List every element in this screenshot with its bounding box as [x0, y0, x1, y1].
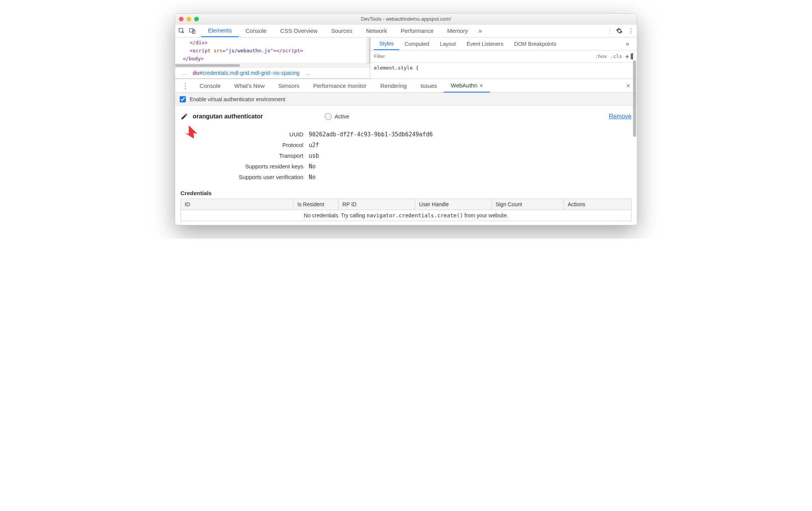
resident-keys-value: No: [309, 163, 632, 170]
tab-sources[interactable]: Sources: [324, 24, 359, 37]
drawer-tab-whatsnew[interactable]: What's New: [227, 79, 272, 92]
tab-memory[interactable]: Memory: [440, 24, 475, 37]
new-style-rule-icon[interactable]: +: [625, 52, 629, 60]
drawer-tab-rendering[interactable]: Rendering: [374, 79, 414, 92]
active-label: Active: [335, 113, 349, 120]
breadcrumb-next-icon[interactable]: …: [302, 70, 313, 76]
drawer-menu-icon[interactable]: ⋮: [178, 82, 193, 90]
elements-tree[interactable]: </div> <script src="js/webauthn.js"></sc…: [175, 37, 370, 63]
enable-virtual-authenticator-label: Enable virtual authenticator environment: [190, 96, 285, 102]
col-is-resident: Is Resident: [293, 199, 338, 210]
tab-css-overview[interactable]: CSS Overview: [274, 24, 325, 37]
tab-console[interactable]: Console: [239, 24, 274, 37]
edit-pencil-icon[interactable]: [180, 113, 188, 120]
drawer-tab-console[interactable]: Console: [193, 79, 227, 92]
kebab-menu-icon[interactable]: ⋮: [628, 27, 634, 34]
html-close-div: </div>: [190, 40, 208, 45]
col-actions: Actions: [564, 199, 631, 210]
sidebar-tab-strip: Styles Computed Layout Event Listeners D…: [370, 37, 637, 50]
style-rule-text[interactable]: element.style {: [370, 63, 637, 73]
side-tab-styles[interactable]: Styles: [374, 37, 399, 50]
tab-performance[interactable]: Performance: [394, 24, 440, 37]
col-rp-id: RP ID: [338, 199, 415, 210]
close-tab-icon[interactable]: ×: [480, 82, 483, 89]
col-sign-count: Sign Count: [491, 199, 564, 210]
table-header-row: ID Is Resident RP ID User Handle Sign Co…: [181, 199, 632, 210]
col-user-handle: User Handle: [415, 199, 492, 210]
col-id: ID: [181, 199, 293, 210]
drawer-tab-webauthn[interactable]: WebAuthn ×: [444, 79, 490, 92]
window-title: DevTools - webauthndemo.appspot.com/: [175, 16, 637, 22]
side-tab-layout[interactable]: Layout: [435, 37, 461, 50]
elements-horizontal-scrollbar[interactable]: [175, 63, 370, 67]
uuid-value: 90262adb-df2f-4c93-9bb1-35db6249afd6: [309, 131, 632, 138]
credentials-heading: Credentials: [180, 190, 632, 196]
inspect-element-icon[interactable]: [178, 27, 185, 34]
drawer-tab-strip: ⋮ Console What's New Sensors Performance…: [175, 79, 637, 93]
settings-gear-icon[interactable]: [616, 27, 623, 34]
active-radio[interactable]: [325, 113, 332, 120]
window-titlebar: DevTools - webauthndemo.appspot.com/: [175, 14, 637, 24]
authenticator-properties: UUID 90262adb-df2f-4c93-9bb1-35db6249afd…: [180, 131, 632, 181]
hov-toggle[interactable]: :hov: [595, 53, 607, 59]
main-tab-strip: Elements Console CSS Overview Sources Ne…: [175, 24, 637, 37]
breadcrumb-prev-icon[interactable]: …: [179, 70, 190, 76]
side-tab-computed[interactable]: Computed: [399, 37, 435, 50]
device-toolbar-icon[interactable]: [189, 27, 196, 34]
transport-value: usb: [309, 152, 632, 159]
credentials-empty-row: No credentials. Try calling navigator.cr…: [181, 210, 632, 221]
protocol-value: u2f: [309, 142, 632, 149]
authenticator-name: orangutan authenticator: [193, 113, 263, 120]
more-tabs-icon[interactable]: »: [475, 27, 486, 34]
tab-elements[interactable]: Elements: [201, 24, 239, 37]
styles-filter-input[interactable]: [370, 53, 591, 59]
breadcrumb[interactable]: … div#credentials.mdl-grid.mdl-grid--no-…: [175, 67, 370, 79]
drawer-tab-performance-monitor[interactable]: Performance monitor: [306, 79, 374, 92]
drawer-tab-issues[interactable]: Issues: [414, 79, 444, 92]
side-tab-dom-breakpoints[interactable]: DOM Breakpoints: [509, 37, 561, 50]
tab-network[interactable]: Network: [359, 24, 394, 37]
cls-toggle[interactable]: .cls: [610, 53, 622, 59]
side-tab-event-listeners[interactable]: Event Listeners: [461, 37, 509, 50]
credentials-table: ID Is Resident RP ID User Handle Sign Co…: [180, 199, 632, 221]
vertical-scrollbar[interactable]: [632, 37, 637, 225]
drawer-tab-sensors[interactable]: Sensors: [272, 79, 306, 92]
enable-virtual-authenticator-checkbox[interactable]: [180, 96, 186, 102]
user-verification-value: No: [309, 174, 632, 181]
remove-authenticator-link[interactable]: Remove: [609, 113, 632, 120]
